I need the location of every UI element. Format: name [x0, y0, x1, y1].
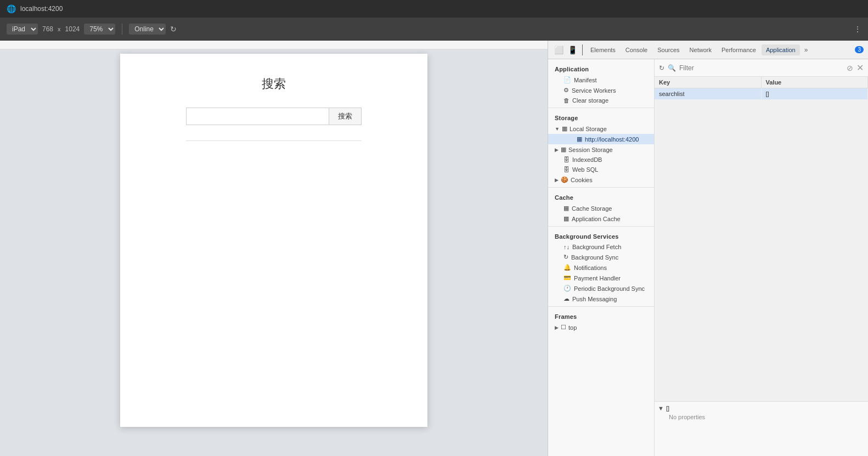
service-workers-icon: ⚙ — [563, 87, 569, 94]
section-application: Application — [548, 61, 654, 75]
manifest-icon: 📄 — [563, 76, 571, 83]
application-cache-label: Application Cache — [572, 216, 621, 222]
divider-1 — [548, 108, 654, 108]
search-button[interactable]: 搜索 — [329, 108, 362, 125]
kv-cell-key: searchlist — [655, 88, 762, 99]
frames-top-icon: ☐ — [561, 324, 566, 331]
page-title: 搜索 — [262, 76, 286, 92]
inspect-icon[interactable]: ⬜ — [553, 44, 565, 56]
tab-performance[interactable]: Performance — [717, 44, 760, 55]
sidebar-item-frames-top[interactable]: ▶ ☐ top — [548, 322, 654, 333]
bottom-panel-no-properties: No properties — [658, 414, 865, 420]
tab-elements[interactable]: Elements — [586, 44, 620, 55]
more-options-icon[interactable]: ⋮ — [854, 25, 861, 33]
indexeddb-label: IndexedDB — [572, 156, 602, 163]
devtools-body: Application 📄 Manifest ⚙ Service Workers… — [548, 59, 868, 456]
session-storage-icon: ▦ — [561, 146, 566, 153]
toolbar-separator — [122, 24, 122, 35]
periodic-bg-sync-icon: 🕐 — [563, 285, 571, 292]
cookies-label: Cookies — [571, 177, 593, 183]
sidebar-item-cache-storage[interactable]: ▦ Cache Storage — [548, 203, 654, 213]
cookies-icon: 🍪 — [561, 176, 568, 183]
localhost-label: http://localhost:4200 — [585, 136, 639, 143]
bg-fetch-label: Background Fetch — [572, 244, 621, 250]
divider-3 — [548, 226, 654, 227]
sidebar-item-cookies[interactable]: ▶ 🍪 Cookies — [548, 174, 654, 185]
title-bar: 🌐 localhost:4200 — [0, 0, 868, 18]
filter-bar: ↻ 🔍 ⊘ ✕ — [655, 59, 868, 77]
sidebar-item-payment-handler[interactable]: 💳 Payment Handler — [548, 273, 654, 283]
search-input[interactable] — [186, 108, 329, 125]
app-sidebar: Application 📄 Manifest ⚙ Service Workers… — [548, 59, 655, 456]
section-cache: Cache — [548, 190, 654, 203]
bg-sync-icon: ↻ — [563, 254, 568, 261]
kv-table-header: Key Value — [655, 77, 868, 88]
sidebar-item-session-storage[interactable]: ▶ ▦ Session Storage — [548, 144, 654, 155]
rotate-icon[interactable]: ↻ — [170, 25, 177, 33]
divider-4 — [548, 306, 654, 307]
filter-label-icon: 🔍 — [668, 64, 676, 72]
localhost-icon: ▦ — [577, 136, 582, 143]
height-value: 1024 — [65, 25, 80, 33]
ruler-horizontal — [0, 41, 548, 49]
kv-cell-value: [] — [762, 88, 869, 99]
viewport-toolbar: iPad 768 x 1024 75% Online ↻ ⋮ — [0, 18, 868, 41]
divider-2 — [548, 187, 654, 188]
section-storage: Storage — [548, 110, 654, 123]
device-select[interactable]: iPad — [7, 24, 38, 35]
frames-top-label: top — [568, 324, 577, 331]
cache-storage-label: Cache Storage — [572, 205, 612, 212]
tab-console[interactable]: Console — [621, 44, 652, 55]
sidebar-item-periodic-bg-sync[interactable]: 🕐 Periodic Background Sync — [548, 283, 654, 294]
cache-storage-icon: ▦ — [563, 205, 569, 212]
kv-row-searchlist[interactable]: searchlist [] — [655, 88, 868, 100]
clear-storage-label: Clear storage — [572, 97, 608, 104]
tab-sources[interactable]: Sources — [653, 44, 684, 55]
filter-close-button[interactable]: ✕ — [856, 64, 864, 72]
frames-top-chevron: ▶ — [555, 325, 559, 330]
more-tabs-btn[interactable]: » — [801, 44, 811, 55]
session-storage-chevron: ▶ — [555, 147, 559, 153]
sidebar-item-push-messaging[interactable]: ☁ Push Messaging — [548, 294, 654, 304]
bottom-panel-key: [] — [666, 405, 669, 412]
sidebar-item-bg-sync[interactable]: ↻ Background Sync — [548, 252, 654, 262]
sidebar-item-clear-storage[interactable]: 🗑 Clear storage — [548, 95, 654, 105]
payment-handler-icon: 💳 — [563, 274, 571, 282]
kv-col-key: Key — [655, 77, 762, 88]
manifest-label: Manifest — [574, 77, 597, 83]
sidebar-item-application-cache[interactable]: ▦ Application Cache — [548, 213, 654, 224]
websql-label: Web SQL — [572, 166, 599, 173]
notifications-label: Notifications — [574, 264, 607, 271]
sidebar-item-localhost[interactable]: ▦ http://localhost:4200 — [548, 134, 654, 144]
device-frame: 搜索 搜索 — [120, 54, 427, 427]
sidebar-item-bg-fetch[interactable]: ↑↓ Background Fetch — [548, 242, 654, 252]
tab-network[interactable]: Network — [685, 44, 716, 55]
clear-storage-icon: 🗑 — [563, 97, 570, 104]
bg-fetch-icon: ↑↓ — [563, 244, 570, 250]
dimension-separator: x — [58, 26, 61, 32]
sidebar-item-manifest[interactable]: 📄 Manifest — [548, 75, 654, 85]
zoom-select[interactable]: 75% — [84, 24, 115, 35]
devtools-panel: ⬜ 📱 Elements Console Sources Network Per… — [548, 41, 868, 456]
refresh-icon[interactable]: ↻ — [659, 64, 664, 72]
width-value: 768 — [42, 25, 53, 33]
search-row: 搜索 — [186, 108, 362, 125]
bottom-panel: ▼ [] No properties — [655, 401, 868, 456]
network-select[interactable]: Online — [129, 24, 166, 35]
device-toggle-icon[interactable]: 📱 — [566, 44, 579, 56]
sidebar-item-service-workers[interactable]: ⚙ Service Workers — [548, 85, 654, 95]
sidebar-item-local-storage[interactable]: ▼ ▦ Local Storage — [548, 123, 654, 134]
sidebar-item-indexeddb[interactable]: 🗄 IndexedDB — [548, 155, 654, 165]
filter-input[interactable] — [679, 64, 843, 72]
tab-application[interactable]: Application — [762, 44, 800, 55]
notification-badge: 3 — [855, 46, 864, 53]
kv-col-value: Value — [762, 77, 869, 88]
sidebar-item-notifications[interactable]: 🔔 Notifications — [548, 262, 654, 273]
push-messaging-label: Push Messaging — [572, 296, 617, 302]
sidebar-item-websql[interactable]: 🗄 Web SQL — [548, 165, 654, 174]
filter-clear-button[interactable]: ⊘ — [847, 64, 853, 72]
devtools-right-panel: ↻ 🔍 ⊘ ✕ Key Value — [655, 59, 868, 456]
push-messaging-icon: ☁ — [563, 295, 570, 302]
search-divider — [186, 140, 362, 141]
local-storage-label: Local Storage — [570, 126, 607, 132]
